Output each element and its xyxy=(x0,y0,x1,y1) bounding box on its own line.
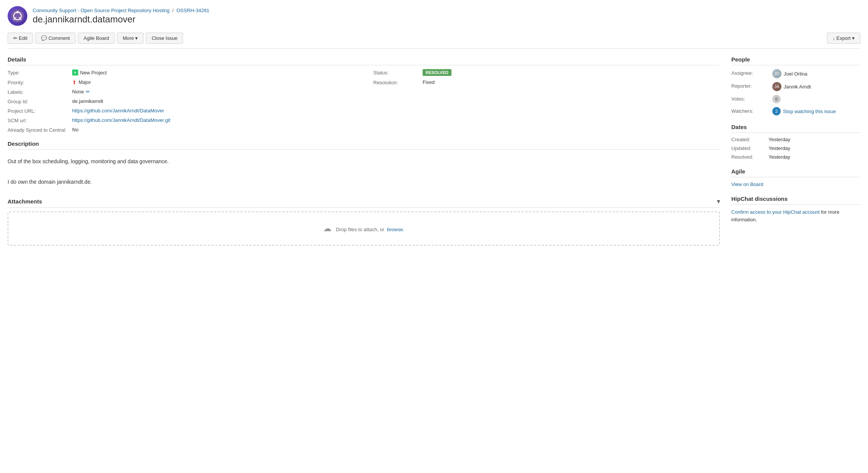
breadcrumb-issue-link[interactable]: OSSRH-34281 xyxy=(177,8,210,13)
description-paragraph2: I do own the domain jannikarndt.de. xyxy=(8,174,720,190)
project-url-label: Project URL: xyxy=(8,107,68,114)
close-issue-button[interactable]: Close Issue xyxy=(146,33,183,44)
updated-value: Yesterday xyxy=(769,145,860,151)
attachments-section: Attachments ▾ ☁ Drop files to attach, or… xyxy=(8,198,720,246)
breadcrumb: Community Support - Open Source Project … xyxy=(33,8,209,13)
dates-grid: Created: Yesterday Updated: Yesterday Re… xyxy=(731,137,860,160)
agile-section-title: Agile xyxy=(731,168,860,177)
resolved-badge: RESOLVED xyxy=(423,69,451,76)
watchers-badge: 2 xyxy=(772,107,781,115)
created-value: Yesterday xyxy=(769,137,860,142)
svg-point-2 xyxy=(16,11,19,13)
description-section: Description Out of the box scheduling, l… xyxy=(8,140,720,190)
votes-label: Votes: xyxy=(731,95,769,103)
browse-link[interactable]: browse. xyxy=(387,227,404,232)
labels-edit-pencil[interactable]: ✏ xyxy=(86,89,90,95)
attachments-collapse-arrow[interactable]: ▾ xyxy=(717,198,720,205)
hipchat-text: Confirm access to your HipChat account f… xyxy=(731,208,860,223)
watchers-label: Watchers: xyxy=(731,107,769,115)
assignee-name: Joel Orlina xyxy=(784,71,807,77)
group-id-value: de.jannikarndt xyxy=(72,98,720,104)
description-paragraph1: Out of the box scheduling, logging, moni… xyxy=(8,153,720,169)
main-layout: Details Type: + New Project Status: RESO… xyxy=(8,56,860,253)
priority-label: Priority: xyxy=(8,79,68,85)
scm-url-label: SCM url: xyxy=(8,117,68,123)
export-button[interactable]: ↓ Export ▾ xyxy=(827,33,860,44)
stop-watching-link[interactable]: Stop watching this issue xyxy=(783,109,836,114)
reporter-avatar: JA xyxy=(772,82,781,91)
breadcrumb-project-link[interactable]: Community Support - Open Source Project … xyxy=(33,8,170,13)
view-on-board-link[interactable]: View on Board xyxy=(731,181,763,187)
project-url-value: https://github.com/JannikArndt/DataMover xyxy=(72,107,720,114)
labels-value: None ✏ xyxy=(72,88,720,95)
hipchat-section: HipChat discussions Confirm access to yo… xyxy=(731,196,860,223)
labels-label: Labels: xyxy=(8,88,68,95)
watchers-value: 2 Stop watching this issue xyxy=(772,107,860,115)
priority-icon: ⬆ xyxy=(72,79,77,85)
drop-zone[interactable]: ☁ Drop files to attach, or browse. xyxy=(8,211,720,246)
attachments-title: Attachments xyxy=(8,198,42,205)
details-section-title: Details xyxy=(8,56,720,65)
group-id-label: Group Id: xyxy=(8,98,68,104)
resolved-label: Resolved: xyxy=(731,154,765,160)
resolution-value: Fixed xyxy=(423,79,720,85)
dates-section: Dates Created: Yesterday Updated: Yester… xyxy=(731,124,860,160)
already-synced-value: No xyxy=(72,126,720,133)
more-button[interactable]: More ▾ xyxy=(117,33,144,44)
details-grid: Type: + New Project Status: RESOLVED Pri… xyxy=(8,69,720,133)
resolution-label: Resolution: xyxy=(373,79,419,85)
dates-section-title: Dates xyxy=(731,124,860,133)
hipchat-confirm-link[interactable]: Confirm access to your HipChat account xyxy=(731,209,820,215)
scm-url-value: https://github.com/JannikArndt/DataMover… xyxy=(72,117,720,123)
assignee-value: JO Joel Orlina xyxy=(772,69,860,78)
created-label: Created: xyxy=(731,137,765,142)
assignee-label: Assignee: xyxy=(731,69,769,78)
project-url-link[interactable]: https://github.com/JannikArndt/DataMover xyxy=(72,108,164,114)
toolbar: ✏ Edit 💬 Comment Agile Board More ▾ Clos… xyxy=(8,33,860,49)
drop-text: Drop files to attach, or xyxy=(336,227,384,232)
reporter-value: JA Jannik Arndt xyxy=(772,82,860,91)
type-label: Type: xyxy=(8,69,68,76)
description-section-title: Description xyxy=(8,140,720,150)
votes-value: 0 xyxy=(772,95,860,103)
people-section: People Assignee: JO Joel Orlina Reporter… xyxy=(731,56,860,115)
agile-board-button[interactable]: Agile Board xyxy=(78,33,115,44)
header-text: Community Support - Open Source Project … xyxy=(33,8,209,25)
attachments-header: Attachments ▾ xyxy=(8,198,720,208)
page-header: Community Support - Open Source Project … xyxy=(8,6,860,26)
right-column: People Assignee: JO Joel Orlina Reporter… xyxy=(731,56,860,253)
updated-label: Updated: xyxy=(731,145,765,151)
status-value: RESOLVED xyxy=(423,69,720,76)
type-icon: + xyxy=(72,69,78,76)
hipchat-section-title: HipChat discussions xyxy=(731,196,860,205)
page-title: de.jannikarndt.datamover xyxy=(33,14,209,25)
status-label: Status: xyxy=(373,69,419,76)
reporter-name: Jannik Arndt xyxy=(784,84,811,90)
scm-url-link[interactable]: https://github.com/JannikArndt/DataMover… xyxy=(72,117,170,123)
agile-section: Agile View on Board xyxy=(731,168,860,187)
details-section: Details Type: + New Project Status: RESO… xyxy=(8,56,720,133)
votes-badge: 0 xyxy=(772,95,781,103)
reporter-label: Reporter: xyxy=(731,82,769,91)
upload-icon: ☁ xyxy=(323,224,331,233)
toolbar-right: ↓ Export ▾ xyxy=(827,33,860,44)
project-logo xyxy=(8,6,27,26)
type-value: + New Project xyxy=(72,69,369,76)
people-section-title: People xyxy=(731,56,860,65)
already-synced-label: Already Synced to Central: xyxy=(8,126,68,133)
edit-button[interactable]: ✏ Edit xyxy=(8,33,33,44)
assignee-avatar: JO xyxy=(772,69,781,78)
people-grid: Assignee: JO Joel Orlina Reporter: JA Ja… xyxy=(731,69,860,115)
priority-value: ⬆ Major xyxy=(72,79,369,85)
comment-button[interactable]: 💬 Comment xyxy=(35,33,76,44)
resolved-value: Yesterday xyxy=(769,154,860,160)
left-column: Details Type: + New Project Status: RESO… xyxy=(8,56,720,253)
